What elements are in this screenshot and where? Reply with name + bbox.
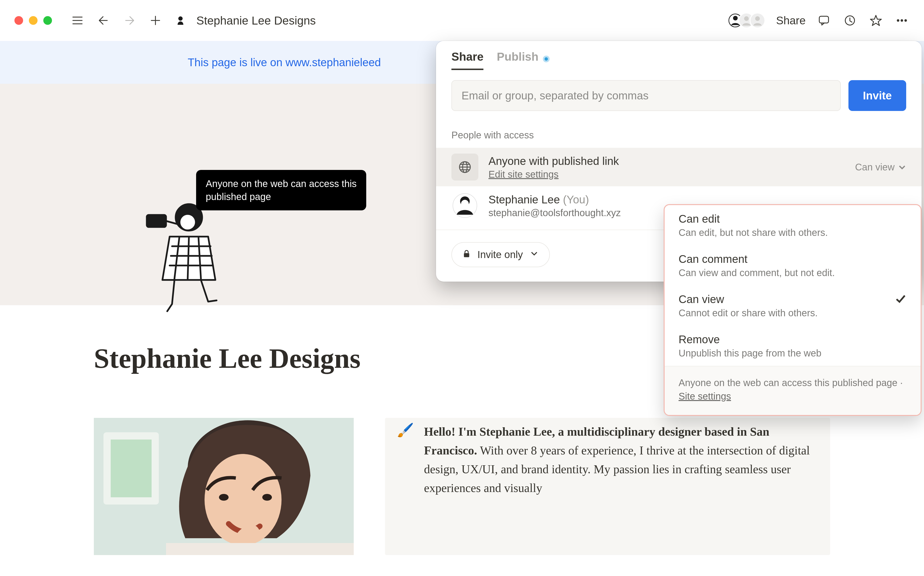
minimize-window-dot[interactable]: [29, 16, 38, 25]
intro-callout[interactable]: 🖌️ Hello! I'm Stephanie Lee, a multidisc…: [385, 418, 830, 555]
globe-icon: [452, 154, 478, 181]
svg-rect-35: [166, 543, 354, 555]
chevron-down-icon: [898, 163, 906, 171]
svg-point-7: [178, 16, 183, 21]
perm-option-view[interactable]: Can view Cannot edit or share with other…: [665, 285, 921, 326]
cover-illustration: [136, 200, 237, 316]
perm-option-comment[interactable]: Can comment Can view and comment, but no…: [665, 245, 921, 285]
lock-icon: [463, 249, 471, 261]
publish-tooltip: Anyone on the web can access this publis…: [196, 170, 366, 210]
more-icon[interactable]: [894, 13, 910, 28]
tab-share[interactable]: Share: [452, 50, 484, 70]
svg-point-10: [744, 16, 749, 21]
invite-input[interactable]: [452, 80, 841, 111]
permission-menu: Can edit Can edit, but not share with ot…: [664, 204, 922, 416]
svg-point-33: [219, 494, 228, 501]
tooltip-line: published page: [206, 190, 357, 203]
publish-banner-text: This page is live on www.stephanieleed: [188, 56, 381, 69]
hero-photo[interactable]: [94, 418, 354, 555]
page-title[interactable]: Stephanie Lee Designs: [196, 14, 316, 27]
check-icon: [895, 293, 906, 306]
svg-rect-20: [147, 215, 166, 227]
svg-rect-12: [819, 16, 829, 23]
perm-option-remove[interactable]: Remove Unpublish this page from the web: [665, 326, 921, 366]
access-row-public[interactable]: Anyone with published link Edit site set…: [436, 148, 922, 186]
perm-option-edit[interactable]: Can edit Can edit, but not share with ot…: [665, 205, 921, 245]
permission-dropdown[interactable]: Can view: [855, 162, 906, 173]
forward-icon: [122, 13, 137, 28]
access-row-title: Anyone with published link: [488, 155, 619, 168]
edit-site-settings-link[interactable]: Edit site settings: [488, 169, 619, 180]
presence-avatars[interactable]: [728, 13, 765, 29]
svg-rect-44: [464, 253, 469, 257]
general-access-pill[interactable]: Invite only: [452, 242, 550, 267]
chevron-down-icon: [530, 249, 539, 261]
close-window-dot[interactable]: [14, 16, 23, 25]
perm-menu-footnote: Anyone on the web can access this publis…: [665, 366, 921, 415]
brush-icon: 🖌️: [397, 422, 414, 543]
favorite-icon[interactable]: [868, 13, 884, 28]
svg-point-17: [905, 20, 906, 21]
page-emoji[interactable]: [174, 14, 187, 27]
people-with-access-label: People with access: [436, 116, 922, 148]
user-avatar: [452, 192, 478, 219]
comments-icon[interactable]: [816, 13, 831, 28]
zoom-window-dot[interactable]: [43, 16, 52, 25]
svg-point-34: [262, 494, 272, 501]
svg-point-9: [733, 16, 738, 21]
window-traffic-lights: [14, 16, 52, 25]
svg-point-15: [897, 20, 899, 21]
svg-point-43: [461, 200, 469, 208]
share-button[interactable]: Share: [776, 14, 806, 27]
tab-publish[interactable]: Publish: [497, 50, 549, 70]
intro-text: Hello! I'm Stephanie Lee, a multidiscipl…: [424, 422, 818, 543]
new-page-icon[interactable]: [148, 13, 163, 28]
svg-point-16: [901, 20, 903, 21]
updates-icon[interactable]: [842, 13, 858, 28]
svg-rect-30: [111, 440, 152, 497]
access-row-email: stephanie@toolsforthought.xyz: [488, 208, 621, 218]
tooltip-line: Anyone on the web can access this: [206, 177, 357, 190]
back-icon[interactable]: [96, 13, 111, 28]
svg-line-26: [188, 238, 189, 279]
site-settings-link[interactable]: Site settings: [678, 391, 731, 402]
svg-point-19: [179, 214, 196, 230]
invite-button[interactable]: Invite: [849, 80, 906, 111]
svg-marker-14: [870, 15, 881, 26]
topbar: Stephanie Lee Designs Share: [0, 0, 924, 41]
publish-indicator-icon: [543, 56, 550, 62]
svg-point-11: [755, 16, 760, 21]
access-row-title: Stephanie Lee (You): [488, 193, 621, 206]
sidebar-toggle-icon[interactable]: [70, 13, 85, 28]
